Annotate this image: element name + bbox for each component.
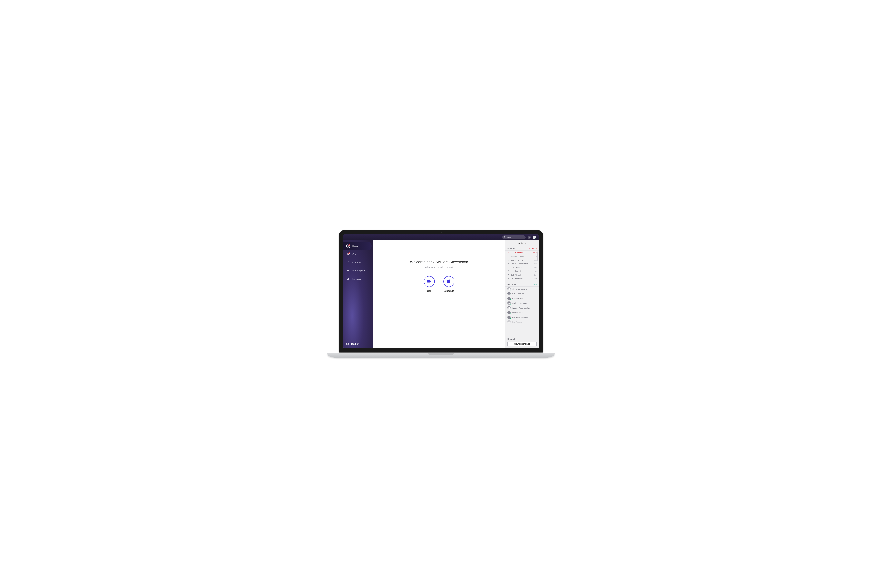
recent-name: Board Meeting	[511, 270, 523, 272]
recordings-heading: Recordings	[507, 338, 537, 340]
recent-time: 2w	[534, 274, 537, 276]
calendar-icon	[443, 276, 454, 287]
app-screen: Search ? Home1Chat3ContactsRoom SystemsM…	[344, 234, 538, 348]
recents-scrollbar[interactable]	[537, 252, 538, 261]
add-favorite-button[interactable]: Add	[533, 284, 537, 286]
sidebar-badge: 1	[348, 244, 351, 246]
recent-item[interactable]: Paul Townsend3w	[506, 277, 538, 280]
recent-item[interactable]: Amy WilliamsTues	[506, 266, 538, 269]
person-icon	[507, 302, 511, 304]
sidebar-item-label: Room Systems	[352, 270, 367, 272]
call-missed-icon	[507, 252, 509, 254]
presence-indicator	[535, 238, 537, 239]
recent-item[interactable]: Paul Townsend55m	[506, 250, 538, 254]
activity-title: Activity	[506, 240, 538, 246]
favorites-heading: Favorites	[507, 283, 516, 286]
search-icon	[504, 236, 506, 238]
primary-actions: CallSchedule	[424, 276, 454, 292]
sidebar-badge: 3	[348, 252, 351, 254]
call-out-icon	[507, 263, 509, 265]
recent-time: Tues	[532, 266, 537, 268]
brand-tm: ®	[358, 343, 358, 344]
favorites-list: All Hands MeetingBob LubeckerRobert P Ma…	[506, 286, 538, 337]
favorites-header: Favorites Add	[506, 282, 538, 286]
video-icon	[424, 276, 435, 287]
recent-item[interactable]: Dale McNeill3w	[506, 280, 538, 282]
welcome-heading: Welcome back, William Stevenson!	[410, 260, 468, 264]
sidebar-item-contacts[interactable]: Contacts	[344, 258, 373, 267]
favorite-name: Bob Lubecker	[512, 292, 524, 295]
profile-avatar[interactable]	[533, 236, 536, 239]
missed-count[interactable]: 1 Missed	[529, 248, 537, 250]
sidebar-item-home[interactable]: Home1	[344, 242, 372, 250]
person-icon	[507, 292, 511, 295]
favorite-item[interactable]: Robert P Maloney	[506, 296, 538, 301]
presence-dot	[510, 294, 511, 296]
call-out-icon	[507, 278, 509, 279]
view-recordings-button[interactable]: View Recordings	[507, 342, 537, 346]
brand-text: lifesize	[350, 343, 358, 345]
top-bar: Search ?	[344, 234, 538, 240]
action-label: Call	[427, 290, 431, 292]
favorite-item[interactable]: Alexander Dodwell	[506, 315, 538, 320]
recent-time: 1h	[534, 255, 537, 257]
call-out-icon	[507, 274, 509, 276]
sidebar-item-label: Contacts	[352, 261, 361, 264]
brand-logo: lifesize®	[344, 340, 373, 348]
recent-name: Sriram Subramanian	[511, 262, 528, 265]
recent-name: Paul Townsend	[511, 278, 524, 280]
favorite-item[interactable]: All Hands Meeting	[506, 286, 538, 291]
search-input[interactable]: Search	[502, 236, 526, 239]
sidebar-item-meetings[interactable]: Meetings	[344, 275, 373, 283]
sidebar-item-chat[interactable]: Chat3	[344, 250, 373, 258]
call-out-icon	[507, 270, 509, 272]
favorite-item[interactable]: Bob Lubecker	[506, 291, 538, 296]
favorite-item[interactable]: Sunil Shivaswamy	[506, 301, 538, 305]
recent-name: Paul Townsend	[511, 252, 524, 254]
people-icon	[346, 277, 351, 281]
help-icon: ?	[529, 236, 530, 238]
sidebar-item-label: Home	[352, 245, 358, 247]
recent-time: 3w	[534, 281, 537, 282]
recent-item[interactable]: Daniel PereiraTues	[506, 258, 538, 262]
meeting-icon	[507, 306, 511, 309]
laptop-base	[327, 353, 555, 358]
recent-item[interactable]: Dale McNeill2w	[506, 273, 538, 277]
sidebar-item-label: Meetings	[352, 278, 361, 280]
meeting-icon	[507, 287, 511, 291]
person-icon	[346, 260, 351, 265]
sidebar: Home1Chat3ContactsRoom SystemsMeetings l…	[344, 240, 373, 348]
presence-dot	[510, 304, 511, 305]
recent-time: Tues	[532, 262, 537, 265]
sidebar-item-room-systems[interactable]: Room Systems	[344, 267, 373, 275]
search-placeholder: Search	[507, 236, 513, 238]
recent-item[interactable]: Marketing Meeting1h	[506, 254, 538, 258]
recent-name: Dale McNeill	[511, 274, 521, 276]
favorite-name: Sunil Shivaswamy	[512, 302, 527, 304]
recent-item[interactable]: Board Meeting1w	[506, 269, 538, 273]
recent-name: Dale McNeill	[511, 281, 521, 282]
favorite-name: All Hands Meeting	[512, 288, 527, 290]
recents-heading: Recents	[507, 248, 515, 250]
presence-dot	[510, 318, 511, 319]
presence-dot	[510, 313, 511, 314]
welcome-subtitle: What would you like to do?	[425, 266, 453, 268]
recents-header: Recents 1 Missed	[506, 246, 538, 250]
laptop-frame: Search ? Home1Chat3ContactsRoom SystemsM…	[339, 230, 543, 358]
recent-time: Tues	[532, 259, 537, 261]
person-icon	[507, 297, 511, 300]
recents-list: Paul Townsend55mMarketing Meeting1hDanie…	[506, 250, 538, 282]
favorite-item[interactable]: Maris Naylor	[506, 310, 538, 315]
help-button[interactable]: ?	[528, 236, 531, 239]
sidebar-nav: Home1Chat3ContactsRoom SystemsMeetings	[344, 240, 373, 283]
recordings-section: Recordings View Recordings	[506, 337, 538, 348]
action-label: Schedule	[444, 290, 454, 292]
recent-item[interactable]: Sriram SubramanianTues	[506, 262, 538, 266]
schedule-action[interactable]: Schedule	[443, 276, 454, 292]
recent-time: 3w	[534, 278, 537, 280]
call-out-icon	[507, 282, 509, 282]
call-out-icon	[507, 255, 509, 257]
call-action[interactable]: Call	[424, 276, 435, 292]
favorite-item[interactable]: Weekly Team Meeting	[506, 305, 538, 310]
favorite-item[interactable]: Karl Fusaris	[506, 320, 538, 324]
